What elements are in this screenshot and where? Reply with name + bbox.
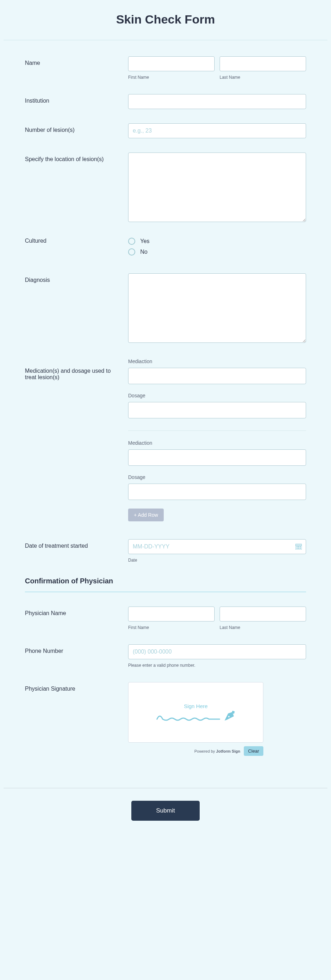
pen-nib-icon xyxy=(223,710,235,722)
label-institution: Institution xyxy=(25,94,128,104)
signature-pad[interactable]: Sign Here xyxy=(128,682,263,743)
calendar-icon[interactable] xyxy=(295,544,302,549)
radio-label-no: No xyxy=(140,249,147,255)
sublabel-physician-first: First Name xyxy=(128,625,215,630)
field-name: Name First Name Last Name xyxy=(25,56,306,80)
mediaction-input-1[interactable] xyxy=(128,368,306,384)
diagnosis-textarea[interactable] xyxy=(128,273,306,343)
label-mediaction-2: Mediaction xyxy=(128,440,306,446)
treatment-date-input[interactable] xyxy=(128,539,306,554)
svg-rect-2 xyxy=(296,546,298,547)
label-signature: Physician Signature xyxy=(25,682,128,692)
label-mediaction-1: Mediaction xyxy=(128,358,306,364)
label-medication: Medication(s) and dosage used to treat l… xyxy=(25,358,128,380)
svg-rect-5 xyxy=(296,548,298,549)
dosage-input-2[interactable] xyxy=(128,484,306,500)
section-confirmation-title: Confirmation of Physician xyxy=(25,577,306,585)
field-diagnosis: Diagnosis xyxy=(25,273,306,344)
section-divider xyxy=(25,592,306,592)
field-medication: Medication(s) and dosage used to treat l… xyxy=(25,358,306,521)
institution-input[interactable] xyxy=(128,94,306,109)
label-treatment-date: Date of treatment started xyxy=(25,539,128,549)
sublabel-physician-last: Last Name xyxy=(220,625,306,630)
field-num-lesions: Number of lesion(s) xyxy=(25,123,306,138)
svg-rect-3 xyxy=(298,546,299,547)
signature-clear-button[interactable]: Clear xyxy=(244,746,263,756)
field-cultured: Cultured Yes No xyxy=(25,238,306,259)
svg-rect-4 xyxy=(300,546,301,547)
signature-squiggle-icon xyxy=(156,711,220,722)
location-lesions-textarea[interactable] xyxy=(128,153,306,222)
phone-help-text: Please enter a valid phone number. xyxy=(128,663,306,668)
radio-label-yes: Yes xyxy=(140,238,149,245)
page-title: Skin Check Form xyxy=(3,13,328,26)
field-location-lesions: Specify the location of lesion(s) xyxy=(25,153,306,223)
medication-row-divider xyxy=(128,431,306,431)
physician-last-name-input[interactable] xyxy=(220,606,306,622)
field-signature: Physician Signature Sign Here xyxy=(25,682,306,756)
signature-placeholder: Sign Here xyxy=(156,703,235,722)
field-treatment-date: Date of treatment started Date xyxy=(25,539,306,563)
mediaction-input-2[interactable] xyxy=(128,449,306,466)
powered-by-text: Powered by Jotform Sign xyxy=(194,749,240,753)
sublabel-last-name: Last Name xyxy=(220,75,306,80)
label-name: Name xyxy=(25,56,128,66)
radio-circle-icon xyxy=(128,238,135,245)
field-institution: Institution xyxy=(25,94,306,109)
sublabel-first-name: First Name xyxy=(128,75,215,80)
dosage-input-1[interactable] xyxy=(128,402,306,418)
add-row-button[interactable]: + Add Row xyxy=(128,509,164,521)
submit-button[interactable]: Submit xyxy=(131,801,200,821)
radio-cultured-yes[interactable]: Yes xyxy=(128,238,306,245)
physician-first-name-input[interactable] xyxy=(128,606,215,622)
radio-cultured-no[interactable]: No xyxy=(128,248,306,256)
sign-here-label: Sign Here xyxy=(184,703,208,709)
label-phone: Phone Number xyxy=(25,644,128,654)
sublabel-date: Date xyxy=(128,558,306,563)
label-diagnosis: Diagnosis xyxy=(25,273,128,283)
section-confirmation: Confirmation of Physician xyxy=(25,577,306,592)
svg-rect-6 xyxy=(298,548,299,549)
label-location-lesions: Specify the location of lesion(s) xyxy=(25,153,128,162)
phone-input[interactable] xyxy=(128,644,306,659)
field-phone: Phone Number Please enter a valid phone … xyxy=(25,644,306,668)
label-physician-name: Physician Name xyxy=(25,606,128,617)
label-dosage-1: Dosage xyxy=(128,393,306,398)
label-dosage-2: Dosage xyxy=(128,474,306,480)
svg-rect-7 xyxy=(300,548,301,549)
svg-point-8 xyxy=(228,716,230,717)
label-num-lesions: Number of lesion(s) xyxy=(25,123,128,133)
radio-circle-icon xyxy=(128,248,135,256)
last-name-input[interactable] xyxy=(220,56,306,71)
field-physician-name: Physician Name First Name Last Name xyxy=(25,606,306,630)
first-name-input[interactable] xyxy=(128,56,215,71)
label-cultured: Cultured xyxy=(25,238,128,244)
num-lesions-input[interactable] xyxy=(128,123,306,138)
